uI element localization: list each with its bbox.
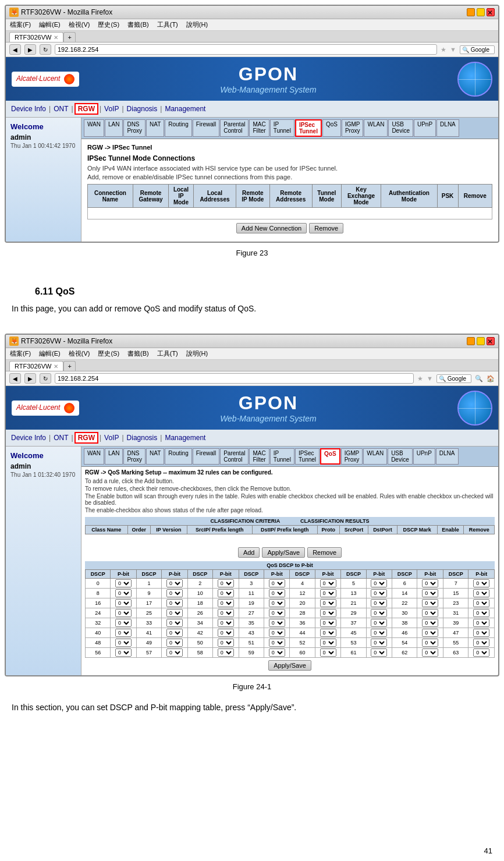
pbit-select[interactable]: 01234567 — [264, 588, 290, 598]
pbit-select[interactable]: 01234567 — [162, 598, 188, 608]
pbit-select[interactable]: 01234567 — [264, 647, 290, 657]
pbit-dropdown[interactable]: 01234567 — [371, 619, 387, 627]
tab-close-icon-2[interactable]: ✕ — [54, 363, 58, 370]
pbit-select[interactable]: 01234567 — [468, 647, 495, 657]
subnav2-firewall[interactable]: Firewall — [193, 448, 219, 465]
nav-voip[interactable]: VoIP — [102, 104, 120, 114]
pbit-dropdown[interactable]: 01234567 — [320, 589, 336, 597]
subnav-routing[interactable]: Routing — [165, 119, 191, 137]
menu-file[interactable]: 檔案(F) — [8, 20, 33, 30]
pbit-dropdown[interactable]: 01234567 — [218, 629, 234, 637]
pbit-select[interactable]: 01234567 — [162, 637, 188, 647]
pbit-dropdown[interactable]: 01234567 — [218, 609, 234, 617]
forward-btn-2[interactable]: ▶ — [24, 373, 36, 384]
subnav-mac[interactable]: MACFilter — [249, 119, 269, 137]
remove-btn[interactable]: Remove — [309, 223, 343, 233]
address-bar[interactable] — [55, 44, 437, 55]
bookmark-icon[interactable]: ▼ — [450, 46, 456, 53]
subnav-upnp[interactable]: UPnP — [414, 119, 436, 137]
subnav2-parental[interactable]: ParentalControl — [220, 448, 249, 465]
pbit-dropdown[interactable]: 01234567 — [320, 609, 336, 617]
minimize-btn-2[interactable] — [467, 337, 475, 345]
pbit-dropdown[interactable]: 01234567 — [166, 619, 183, 627]
pbit-dropdown[interactable]: 01234567 — [269, 589, 285, 597]
subnav-dns[interactable]: DNSProxy — [123, 119, 145, 137]
pbit-select[interactable]: 01234567 — [417, 647, 443, 657]
pbit-select[interactable]: 01234567 — [212, 608, 239, 618]
pbit-dropdown[interactable]: 01234567 — [422, 599, 438, 607]
pbit-select[interactable]: 01234567 — [417, 628, 443, 637]
pbit-select[interactable]: 01234567 — [111, 637, 137, 647]
menu-tools[interactable]: 工具(T) — [155, 20, 180, 30]
pbit-dropdown[interactable]: 01234567 — [166, 579, 183, 587]
subnav-nat[interactable]: NAT — [146, 119, 164, 137]
menu-tools-2[interactable]: 工具(T) — [155, 349, 180, 359]
reload-btn[interactable]: ↻ — [40, 44, 51, 55]
close-btn-2[interactable]: ✕ — [487, 337, 495, 345]
pbit-dropdown[interactable]: 01234567 — [218, 619, 234, 627]
pbit-dropdown[interactable]: 01234567 — [218, 649, 234, 657]
pbit-select[interactable]: 01234567 — [162, 588, 188, 598]
pbit-dropdown[interactable]: 01234567 — [269, 579, 285, 587]
subnav2-mac[interactable]: MACFilter — [249, 448, 269, 465]
subnav-firewall[interactable]: Firewall — [193, 119, 219, 137]
subnav2-routing[interactable]: Routing — [165, 448, 191, 465]
subnav2-dns[interactable]: DNSProxy — [123, 448, 145, 465]
subnav-wan[interactable]: WAN — [84, 119, 104, 137]
pbit-select[interactable]: 01234567 — [417, 608, 443, 618]
pbit-dropdown[interactable]: 01234567 — [371, 639, 387, 647]
pbit-dropdown[interactable]: 01234567 — [320, 649, 336, 657]
qos-apply-btn[interactable]: Apply/Save — [262, 547, 305, 558]
subnav2-wan[interactable]: WAN — [84, 448, 104, 465]
pbit-select[interactable]: 01234567 — [315, 618, 341, 628]
subnav-wlan[interactable]: WLAN — [364, 119, 388, 137]
pbit-dropdown[interactable]: 01234567 — [269, 619, 285, 627]
pbit-select[interactable]: 01234567 — [366, 578, 392, 588]
subnav2-upnp[interactable]: UPnP — [413, 448, 435, 465]
new-tab-btn-2[interactable]: + — [63, 361, 75, 371]
pbit-dropdown[interactable]: 01234567 — [422, 649, 438, 657]
pbit-dropdown[interactable]: 01234567 — [473, 599, 489, 607]
forward-btn[interactable]: ▶ — [24, 44, 36, 55]
subnav2-nat[interactable]: NAT — [146, 448, 164, 465]
subnav2-igmp[interactable]: IGMPProxy — [341, 448, 363, 465]
pbit-dropdown[interactable]: 01234567 — [473, 579, 489, 587]
home-icon[interactable]: 🏠 — [487, 375, 495, 382]
pbit-dropdown[interactable]: 01234567 — [115, 629, 132, 637]
pbit-select[interactable]: 01234567 — [417, 598, 443, 608]
pbit-select[interactable]: 01234567 — [468, 618, 495, 628]
pbit-select[interactable]: 01234567 — [162, 628, 188, 637]
pbit-dropdown[interactable]: 01234567 — [422, 629, 438, 637]
pbit-dropdown[interactable]: 01234567 — [115, 649, 132, 657]
menu-help-2[interactable]: 說明(H) — [184, 349, 210, 359]
add-connection-btn[interactable]: Add New Connection — [236, 223, 307, 233]
pbit-select[interactable]: 01234567 — [111, 588, 137, 598]
pbit-dropdown[interactable]: 01234567 — [115, 579, 132, 587]
pbit-dropdown[interactable]: 01234567 — [371, 589, 387, 597]
browser-tab[interactable]: RTF3026VW ✕ — [9, 32, 63, 42]
pbit-select[interactable]: 01234567 — [315, 608, 341, 618]
pbit-dropdown[interactable]: 01234567 — [269, 629, 285, 637]
star-icon-2[interactable]: ★ — [417, 375, 423, 382]
pbit-dropdown[interactable]: 01234567 — [269, 649, 285, 657]
pbit-select[interactable]: 01234567 — [417, 637, 443, 647]
pbit-select[interactable]: 01234567 — [366, 637, 392, 647]
subnav-dlna[interactable]: DLNA — [436, 119, 459, 137]
pbit-select[interactable]: 01234567 — [366, 628, 392, 637]
pbit-dropdown[interactable]: 01234567 — [371, 649, 387, 657]
pbit-dropdown[interactable]: 01234567 — [320, 579, 336, 587]
pbit-select[interactable]: 01234567 — [315, 647, 341, 657]
pbit-select[interactable]: 01234567 — [162, 578, 188, 588]
qos-remove-btn[interactable]: Remove — [307, 547, 342, 558]
subnav2-qos[interactable]: QoS — [320, 448, 340, 465]
pbit-dropdown[interactable]: 01234567 — [320, 619, 336, 627]
pbit-dropdown[interactable]: 01234567 — [115, 619, 132, 627]
nav-rgw-2[interactable]: RGW — [74, 432, 98, 444]
pbit-select[interactable]: 01234567 — [264, 608, 290, 618]
subnav-ip[interactable]: IPTunnel — [270, 119, 294, 137]
address-bar-2[interactable] — [55, 373, 414, 384]
pbit-dropdown[interactable]: 01234567 — [269, 639, 285, 647]
pbit-dropdown[interactable]: 01234567 — [422, 619, 438, 627]
pbit-dropdown[interactable]: 01234567 — [371, 579, 387, 587]
minimize-btn[interactable] — [467, 8, 475, 16]
